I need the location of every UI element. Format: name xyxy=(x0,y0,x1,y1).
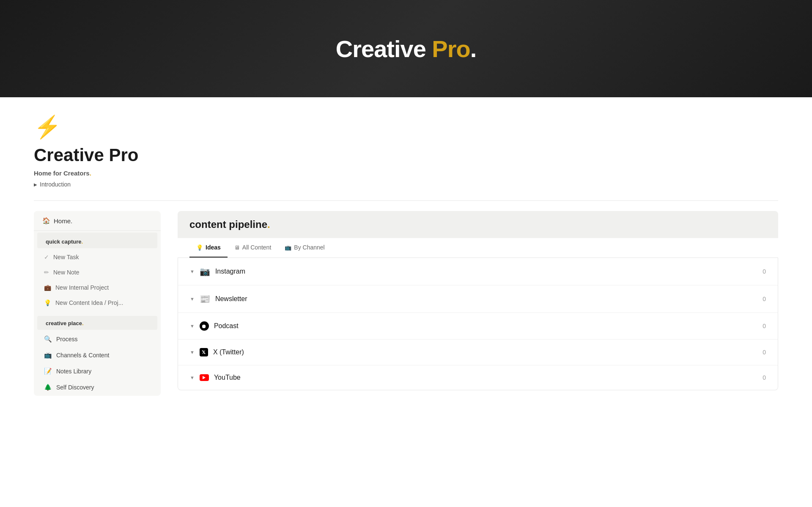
new-task-label: New Task xyxy=(53,254,79,260)
instagram-chevron-icon[interactable]: ▼ xyxy=(190,269,195,274)
new-note-label: New Note xyxy=(53,269,79,276)
pipeline-row-instagram[interactable]: ▼ 📷 Instagram 0 xyxy=(178,258,778,285)
hero-banner: Creative Pro. xyxy=(0,0,812,97)
sidebar-item-new-note[interactable]: ✏ New Note xyxy=(36,265,159,280)
by-channel-tab-label: By Channel xyxy=(294,244,324,251)
sidebar-home[interactable]: 🏠 Home. xyxy=(34,211,161,231)
self-discovery-label: Self Discovery xyxy=(56,384,94,391)
page-subtitle: Home for Creators. xyxy=(34,170,778,177)
page-content: ⚡ Creative Pro Home for Creators. ▶ Intr… xyxy=(0,97,812,413)
newsletter-icon: 📰 xyxy=(200,294,210,304)
all-content-tab-icon: 🖥 xyxy=(234,244,240,251)
subtitle-dot: . xyxy=(90,170,91,177)
podcast-label: Podcast xyxy=(214,322,754,330)
tab-ideas[interactable]: 💡 Ideas xyxy=(189,238,228,258)
sidebar-item-new-internal-project[interactable]: 💼 New Internal Project xyxy=(36,280,159,295)
sidebar-home-label: Home. xyxy=(54,217,72,225)
sidebar: 🏠 Home. quick capture. ✓ New Task ✏ New … xyxy=(34,211,161,396)
youtube-count: 0 xyxy=(763,374,766,381)
pipeline-row-newsletter[interactable]: ▼ 📰 Newsletter 0 xyxy=(178,285,778,313)
main-content: content pipeline. 💡 Ideas 🖥 All Content … xyxy=(178,211,778,390)
creative-place-label: creative place xyxy=(46,320,82,326)
by-channel-tab-icon: 📺 xyxy=(285,244,291,251)
process-icon: 🔍 xyxy=(44,335,52,343)
pipeline-row-podcast[interactable]: ▼ ⏺ Podcast 0 xyxy=(178,313,778,340)
sidebar-nav-notes-library[interactable]: 📝 Notes Library xyxy=(36,364,159,379)
x-twitter-label: X (Twitter) xyxy=(213,348,754,356)
lightbulb-icon: 💡 xyxy=(44,299,51,306)
sidebar-section-quick-capture: quick capture. xyxy=(37,233,157,248)
tab-by-channel[interactable]: 📺 By Channel xyxy=(278,238,331,258)
tree-icon: 🌲 xyxy=(44,384,52,391)
notes-library-label: Notes Library xyxy=(56,368,91,375)
main-layout: 🏠 Home. quick capture. ✓ New Task ✏ New … xyxy=(34,211,778,396)
quick-capture-label: quick capture xyxy=(46,238,82,245)
instagram-count: 0 xyxy=(763,268,766,275)
page-icon: ⚡ xyxy=(34,114,778,140)
x-twitter-count: 0 xyxy=(763,349,766,356)
podcast-chevron-icon[interactable]: ▼ xyxy=(190,323,195,329)
youtube-chevron-icon[interactable]: ▼ xyxy=(190,375,195,380)
newsletter-chevron-icon[interactable]: ▼ xyxy=(190,296,195,301)
all-content-tab-label: All Content xyxy=(242,244,271,251)
pipeline-row-x-twitter[interactable]: ▼ 𝕏 X (Twitter) 0 xyxy=(178,340,778,365)
subtitle-text: Home for Creators xyxy=(34,170,90,177)
channels-icon: 📺 xyxy=(44,351,52,359)
briefcase-icon: 💼 xyxy=(44,284,51,291)
pipeline-dot: . xyxy=(267,219,270,230)
pipeline-row-youtube[interactable]: ▼ YouTube 0 xyxy=(178,365,778,390)
x-chevron-icon[interactable]: ▼ xyxy=(190,350,195,355)
process-label: Process xyxy=(56,336,78,343)
podcast-icon: ⏺ xyxy=(200,321,209,331)
hero-title-plain: Creative xyxy=(336,36,432,62)
intro-toggle[interactable]: ▶ Introduction xyxy=(34,181,778,188)
new-internal-project-label: New Internal Project xyxy=(55,284,109,291)
sidebar-item-new-content-idea[interactable]: 💡 New Content Idea / Proj... xyxy=(36,296,159,310)
podcast-count: 0 xyxy=(763,323,766,329)
hero-title: Creative Pro. xyxy=(336,35,477,63)
youtube-icon xyxy=(200,374,209,381)
notes-icon: 📝 xyxy=(44,367,52,375)
quick-capture-dot: . xyxy=(82,238,83,245)
instagram-icon: 📷 xyxy=(200,266,210,277)
pipeline-header: content pipeline. xyxy=(178,211,778,238)
check-icon: ✓ xyxy=(44,254,49,260)
section-divider xyxy=(34,311,161,314)
page-title: Creative Pro xyxy=(34,145,778,165)
newsletter-label: Newsletter xyxy=(215,295,754,303)
hero-title-dot: . xyxy=(470,36,477,62)
x-twitter-icon: 𝕏 xyxy=(200,348,208,356)
instagram-label: Instagram xyxy=(215,268,754,275)
pipeline-title: content pipeline xyxy=(189,219,267,230)
tab-all-content[interactable]: 🖥 All Content xyxy=(228,238,278,258)
sidebar-nav-process[interactable]: 🔍 Process xyxy=(36,332,159,347)
pencil-icon: ✏ xyxy=(44,269,49,276)
ideas-tab-label: Ideas xyxy=(206,244,221,251)
sidebar-nav-self-discovery[interactable]: 🌲 Self Discovery xyxy=(36,380,159,395)
ideas-tab-icon: 💡 xyxy=(196,244,203,251)
creative-place-dot: . xyxy=(82,320,84,326)
pipeline-tabs: 💡 Ideas 🖥 All Content 📺 By Channel xyxy=(178,238,778,258)
hero-title-accent: Pro xyxy=(432,36,470,62)
sidebar-item-new-task[interactable]: ✓ New Task xyxy=(36,250,159,264)
divider xyxy=(34,200,778,201)
pipeline-content: ▼ 📷 Instagram 0 ▼ 📰 Newsletter 0 ▼ ⏺ Pod… xyxy=(178,258,778,390)
new-content-idea-label: New Content Idea / Proj... xyxy=(55,299,123,306)
sidebar-section-creative-place: creative place. xyxy=(37,316,157,330)
sidebar-nav-channels[interactable]: 📺 Channels & Content xyxy=(36,348,159,363)
home-icon: 🏠 xyxy=(42,217,50,225)
channels-label: Channels & Content xyxy=(56,352,109,359)
youtube-label: YouTube xyxy=(214,374,754,381)
intro-label: Introduction xyxy=(40,181,71,188)
newsletter-count: 0 xyxy=(763,296,766,302)
intro-arrow-icon: ▶ xyxy=(34,182,37,187)
